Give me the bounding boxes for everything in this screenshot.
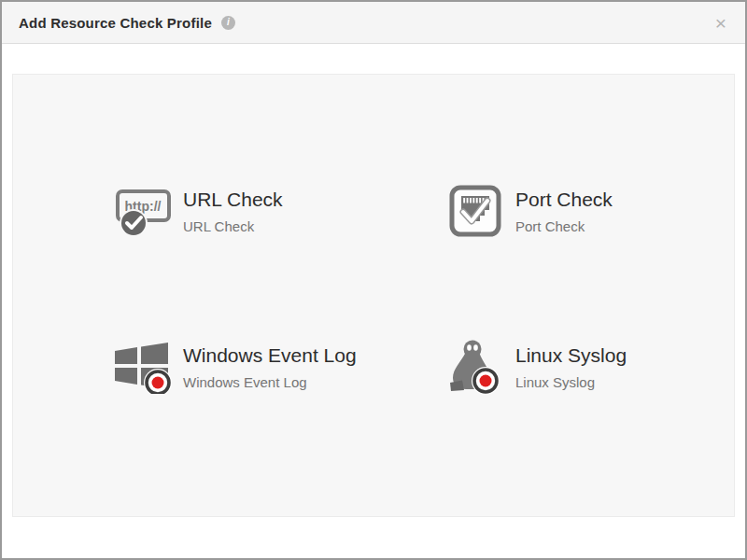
dialog-title: Add Resource Check Profile (19, 15, 212, 31)
port-check-icon (444, 180, 506, 242)
option-url-check[interactable]: http:// URL Check URL Check (112, 180, 283, 242)
option-title: Port Check (515, 189, 613, 211)
option-windows-event-log[interactable]: Windows Event Log Windows Event Log (112, 336, 357, 398)
option-linux-syslog[interactable]: Linux Syslog Linux Syslog (444, 336, 627, 398)
close-icon[interactable]: × (712, 11, 730, 35)
option-text: Port Check Port Check (515, 189, 613, 234)
dialog-header: Add Resource Check Profile i × (2, 2, 745, 44)
option-port-check[interactable]: Port Check Port Check (444, 180, 613, 242)
option-text: Linux Syslog Linux Syslog (515, 344, 627, 390)
options-panel: http:// URL Check URL Check (12, 74, 735, 517)
add-resource-check-profile-dialog: Add Resource Check Profile i × http:// U… (0, 0, 747, 560)
option-subtitle: Windows Event Log (183, 374, 357, 390)
linux-syslog-icon (444, 336, 506, 398)
option-title: Windows Event Log (183, 344, 357, 367)
option-text: Windows Event Log Windows Event Log (183, 344, 357, 390)
windows-event-log-icon (112, 336, 174, 398)
info-icon[interactable]: i (221, 16, 235, 30)
option-subtitle: URL Check (183, 218, 283, 234)
option-title: URL Check (183, 189, 283, 211)
record-dot (472, 367, 500, 395)
option-subtitle: Port Check (515, 218, 613, 234)
option-text: URL Check URL Check (183, 189, 283, 234)
dialog-body: http:// URL Check URL Check (2, 74, 745, 517)
option-title: Linux Syslog (515, 344, 627, 367)
url-check-icon: http:// (112, 180, 174, 242)
option-subtitle: Linux Syslog (515, 374, 627, 390)
